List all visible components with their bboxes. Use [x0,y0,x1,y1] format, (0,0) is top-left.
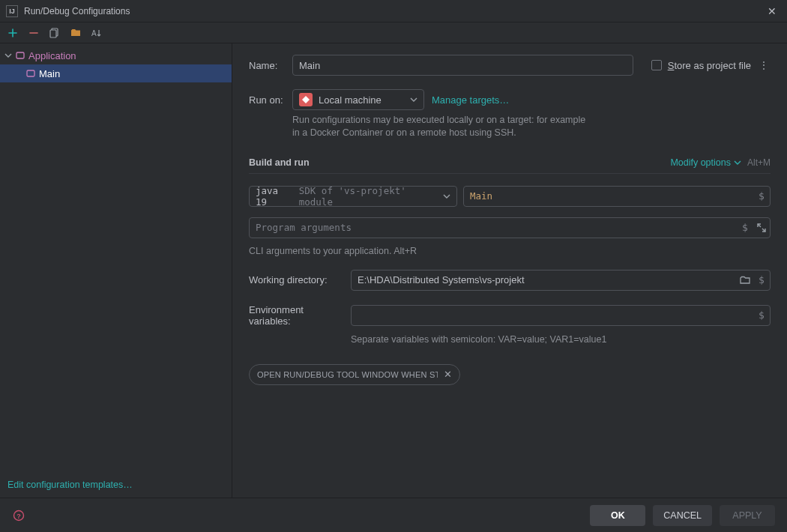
tree-group-label: Application [28,50,76,61]
expand-icon[interactable] [756,222,768,234]
jdk-module-suffix: SDK of 'vs-projekt' module [299,185,443,208]
insert-macro-icon[interactable]: $ [739,222,751,234]
modify-options-link[interactable]: Modify options [670,157,741,168]
insert-macro-icon[interactable]: $ [756,190,768,202]
svg-rect-1 [50,30,56,37]
edit-templates-link[interactable]: Edit configuration templates… [7,480,133,490]
insert-macro-icon[interactable]: $ [756,274,768,286]
main-class-field-wrap: $ [463,186,771,207]
working-dir-label: Working directory: [249,274,340,285]
apply-button[interactable]: APPLY [720,505,775,526]
env-vars-input[interactable] [351,305,771,326]
browse-folder-icon[interactable] [739,274,751,286]
app-icon: IJ [6,5,18,17]
tree-item-label: Main [39,68,60,79]
save-template-icon[interactable] [69,26,82,40]
jdk-prefix: java 19 [256,185,295,208]
application-config-icon [25,68,36,79]
config-form: Name: Store as project file ⋮ Run on: Lo… [232,43,787,498]
dialog-footer: ? OK CANCEL APPLY [0,498,787,532]
name-label: Name: [249,60,285,71]
run-on-help: Run configurations may be executed local… [292,114,592,139]
window-title: Run/Debug Configurations [24,6,763,16]
chevron-down-icon [443,193,450,200]
application-type-icon [15,50,25,61]
working-dir-input[interactable] [351,270,771,291]
config-toolbar: A [0,22,787,43]
section-title: Build and run [249,157,310,168]
run-on-select[interactable]: Local machine [292,89,424,110]
sidebar-footer: Edit configuration templates… [0,474,232,498]
modify-options-shortcut: Alt+M [747,157,771,168]
svg-rect-3 [16,52,24,58]
cli-help-text: CLI arguments to your application. Alt+R [249,246,771,256]
run-on-value: Local machine [319,94,382,106]
svg-text:A: A [91,29,97,37]
env-vars-help: Separate variables with semicolon: VAR=v… [351,334,771,345]
ok-button[interactable]: OK [590,505,645,526]
env-vars-row: Environment variables: $ [249,304,771,327]
sort-icon[interactable]: A [90,26,103,40]
remove-config-icon[interactable] [27,26,40,40]
titlebar: IJ Run/Debug Configurations ✕ [0,0,787,22]
name-row: Name: Store as project file ⋮ [249,54,771,76]
copy-config-icon[interactable] [48,26,61,40]
option-chip-open-tool-window: OPEN RUN/DEBUG TOOL WINDOW WHEN STARTED … [249,364,460,385]
local-machine-icon [299,93,313,106]
close-icon[interactable]: ✕ [763,5,781,17]
tree-group-application[interactable]: Application [0,46,232,64]
working-dir-row: Working directory: $ [249,270,771,291]
main-class-input[interactable] [463,186,771,207]
config-tree: Application Main [0,46,232,474]
chip-label: OPEN RUN/DEBUG TOOL WINDOW WHEN STARTED [257,370,438,379]
help-icon[interactable]: ? [12,509,25,522]
name-input[interactable] [292,55,633,76]
insert-macro-icon[interactable]: $ [756,309,768,321]
cancel-button[interactable]: CANCEL [653,505,712,526]
svg-text:?: ? [16,512,21,519]
svg-rect-4 [27,70,34,76]
sdk-mainclass-row: java 19 SDK of 'vs-projekt' module $ [249,186,771,207]
add-config-icon[interactable] [6,26,19,40]
chevron-down-icon [4,52,12,59]
store-options-icon[interactable]: ⋮ [757,59,771,71]
chip-remove-icon[interactable]: ✕ [444,369,452,380]
chevron-down-icon [410,96,417,103]
manage-targets-link[interactable]: Manage targets… [432,94,509,106]
build-and-run-header: Build and run Modify options Alt+M [249,157,771,174]
config-tree-panel: Application Main Edit configuration temp… [0,43,232,498]
jdk-select[interactable]: java 19 SDK of 'vs-projekt' module [249,186,457,207]
store-as-project-file-label: Store as project file [668,60,751,71]
program-args-input[interactable] [249,217,771,238]
env-vars-label: Environment variables: [249,304,340,327]
store-as-project-file-checkbox[interactable] [651,60,662,70]
run-on-label: Run on: [249,94,285,106]
program-args-row: $ [249,217,771,238]
tree-item-main[interactable]: Main [0,64,232,82]
run-on-row: Run on: Local machine Manage targets… [249,88,771,111]
